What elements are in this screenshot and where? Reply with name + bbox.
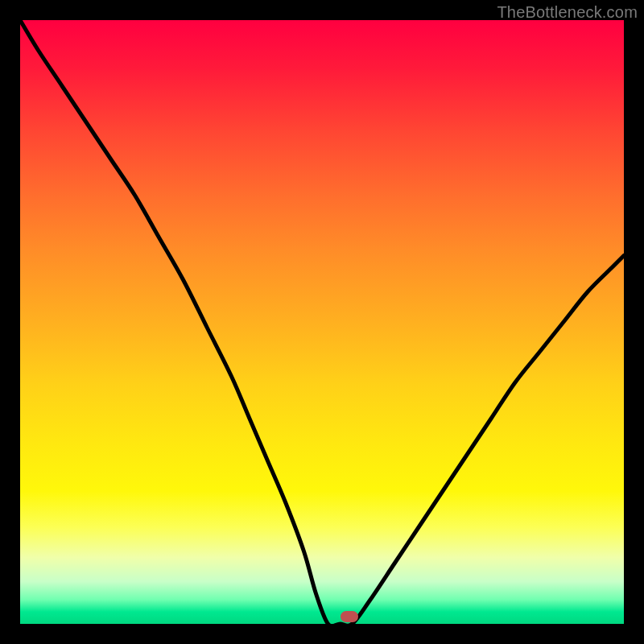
chart-container: TheBottleneck.com — [0, 0, 644, 644]
curve-svg — [20, 20, 624, 624]
watermark-text: TheBottleneck.com — [497, 3, 638, 22]
bottleneck-curve — [20, 20, 624, 624]
optimum-marker — [341, 611, 358, 622]
plot-area — [20, 20, 624, 624]
